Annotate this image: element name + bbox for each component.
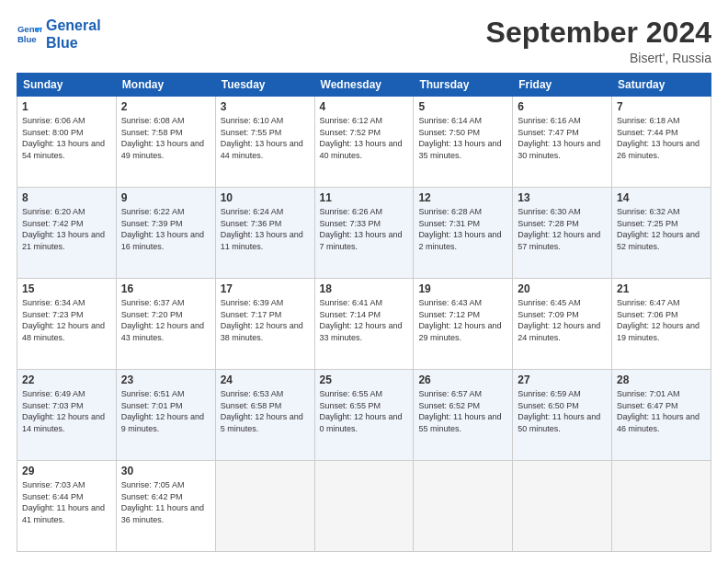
- day-info: Sunrise: 6:16 AMSunset: 7:47 PMDaylight:…: [518, 116, 600, 160]
- table-row: 4Sunrise: 6:12 AMSunset: 7:52 PMDaylight…: [314, 97, 414, 188]
- col-header-friday: Friday: [513, 74, 612, 97]
- table-row: [314, 461, 414, 552]
- day-info: Sunrise: 6:26 AMSunset: 7:33 PMDaylight:…: [320, 207, 403, 251]
- table-row: 6Sunrise: 6:16 AMSunset: 7:47 PMDaylight…: [513, 97, 612, 188]
- table-row: 23Sunrise: 6:51 AMSunset: 7:01 PMDayligh…: [116, 370, 215, 461]
- table-row: 17Sunrise: 6:39 AMSunset: 7:17 PMDayligh…: [215, 279, 314, 370]
- day-number: 3: [221, 100, 310, 113]
- logo: General Blue General Blue: [17, 17, 101, 52]
- day-number: 1: [22, 100, 111, 113]
- table-row: 21Sunrise: 6:47 AMSunset: 7:06 PMDayligh…: [612, 279, 711, 370]
- table-row: 13Sunrise: 6:30 AMSunset: 7:28 PMDayligh…: [513, 188, 612, 279]
- day-number: 19: [418, 282, 507, 295]
- day-number: 10: [221, 191, 310, 204]
- table-row: 22Sunrise: 6:49 AMSunset: 7:03 PMDayligh…: [17, 370, 117, 461]
- logo-blue: Blue: [46, 34, 101, 52]
- day-number: 6: [518, 100, 607, 113]
- location: Bisert', Russia: [486, 51, 711, 65]
- day-number: 14: [617, 191, 706, 204]
- table-row: 15Sunrise: 6:34 AMSunset: 7:23 PMDayligh…: [17, 279, 117, 370]
- table-row: 20Sunrise: 6:45 AMSunset: 7:09 PMDayligh…: [513, 279, 612, 370]
- day-number: 2: [121, 100, 210, 113]
- day-number: 13: [518, 191, 607, 204]
- day-info: Sunrise: 6:18 AMSunset: 7:44 PMDaylight:…: [617, 116, 700, 160]
- table-row: 19Sunrise: 6:43 AMSunset: 7:12 PMDayligh…: [414, 279, 513, 370]
- day-info: Sunrise: 6:37 AMSunset: 7:20 PMDaylight:…: [121, 298, 204, 342]
- day-info: Sunrise: 6:22 AMSunset: 7:39 PMDaylight:…: [121, 207, 204, 251]
- table-row: 30Sunrise: 7:05 AMSunset: 6:42 PMDayligh…: [116, 461, 215, 552]
- svg-text:Blue: Blue: [17, 34, 37, 44]
- table-row: 10Sunrise: 6:24 AMSunset: 7:36 PMDayligh…: [215, 188, 314, 279]
- col-header-saturday: Saturday: [612, 74, 711, 97]
- day-info: Sunrise: 6:10 AMSunset: 7:55 PMDaylight:…: [221, 116, 303, 160]
- table-row: 7Sunrise: 6:18 AMSunset: 7:44 PMDaylight…: [612, 97, 711, 188]
- col-header-thursday: Thursday: [414, 74, 513, 97]
- table-row: 27Sunrise: 6:59 AMSunset: 6:50 PMDayligh…: [513, 370, 612, 461]
- day-info: Sunrise: 7:01 AMSunset: 6:47 PMDaylight:…: [617, 389, 700, 433]
- table-row: 1Sunrise: 6:06 AMSunset: 8:00 PMDaylight…: [17, 97, 117, 188]
- col-header-tuesday: Tuesday: [215, 74, 314, 97]
- table-row: [215, 461, 314, 552]
- day-number: 22: [22, 373, 111, 386]
- day-number: 11: [320, 191, 409, 204]
- day-info: Sunrise: 6:32 AMSunset: 7:25 PMDaylight:…: [617, 207, 700, 251]
- day-info: Sunrise: 6:43 AMSunset: 7:12 PMDaylight:…: [418, 298, 501, 342]
- day-number: 9: [121, 191, 210, 204]
- day-number: 24: [221, 373, 310, 386]
- day-number: 28: [617, 373, 706, 386]
- table-row: 24Sunrise: 6:53 AMSunset: 6:58 PMDayligh…: [215, 370, 314, 461]
- month-title: September 2024: [486, 17, 711, 49]
- table-row: 12Sunrise: 6:28 AMSunset: 7:31 PMDayligh…: [414, 188, 513, 279]
- table-row: 5Sunrise: 6:14 AMSunset: 7:50 PMDaylight…: [414, 97, 513, 188]
- day-info: Sunrise: 6:24 AMSunset: 7:36 PMDaylight:…: [221, 207, 303, 251]
- day-info: Sunrise: 6:57 AMSunset: 6:52 PMDaylight:…: [418, 389, 501, 433]
- day-info: Sunrise: 6:12 AMSunset: 7:52 PMDaylight:…: [320, 116, 403, 160]
- day-number: 7: [617, 100, 706, 113]
- day-info: Sunrise: 6:30 AMSunset: 7:28 PMDaylight:…: [518, 207, 600, 251]
- day-number: 4: [320, 100, 409, 113]
- day-info: Sunrise: 6:28 AMSunset: 7:31 PMDaylight:…: [418, 207, 501, 251]
- table-row: 28Sunrise: 7:01 AMSunset: 6:47 PMDayligh…: [612, 370, 711, 461]
- table-row: [414, 461, 513, 552]
- day-info: Sunrise: 6:59 AMSunset: 6:50 PMDaylight:…: [518, 389, 600, 433]
- table-row: 2Sunrise: 6:08 AMSunset: 7:58 PMDaylight…: [116, 97, 215, 188]
- day-info: Sunrise: 7:05 AMSunset: 6:42 PMDaylight:…: [121, 480, 204, 524]
- table-row: 3Sunrise: 6:10 AMSunset: 7:55 PMDaylight…: [215, 97, 314, 188]
- table-row: 16Sunrise: 6:37 AMSunset: 7:20 PMDayligh…: [116, 279, 215, 370]
- day-number: 16: [121, 282, 210, 295]
- day-info: Sunrise: 6:55 AMSunset: 6:55 PMDaylight:…: [320, 389, 403, 433]
- day-info: Sunrise: 6:49 AMSunset: 7:03 PMDaylight:…: [22, 389, 105, 433]
- col-header-monday: Monday: [116, 74, 215, 97]
- table-row: 25Sunrise: 6:55 AMSunset: 6:55 PMDayligh…: [314, 370, 414, 461]
- col-header-sunday: Sunday: [17, 74, 117, 97]
- day-info: Sunrise: 6:39 AMSunset: 7:17 PMDaylight:…: [221, 298, 303, 342]
- day-info: Sunrise: 6:45 AMSunset: 7:09 PMDaylight:…: [518, 298, 600, 342]
- logo-general: General: [46, 17, 101, 34]
- table-row: [513, 461, 612, 552]
- table-row: 8Sunrise: 6:20 AMSunset: 7:42 PMDaylight…: [17, 188, 117, 279]
- day-info: Sunrise: 6:51 AMSunset: 7:01 PMDaylight:…: [121, 389, 204, 433]
- day-info: Sunrise: 6:08 AMSunset: 7:58 PMDaylight:…: [121, 116, 204, 160]
- day-number: 26: [418, 373, 507, 386]
- day-number: 21: [617, 282, 706, 295]
- day-number: 5: [418, 100, 507, 113]
- day-number: 23: [121, 373, 210, 386]
- table-row: [612, 461, 711, 552]
- day-number: 27: [518, 373, 607, 386]
- day-info: Sunrise: 6:41 AMSunset: 7:14 PMDaylight:…: [320, 298, 403, 342]
- day-info: Sunrise: 6:34 AMSunset: 7:23 PMDaylight:…: [22, 298, 105, 342]
- table-row: 18Sunrise: 6:41 AMSunset: 7:14 PMDayligh…: [314, 279, 414, 370]
- day-number: 12: [418, 191, 507, 204]
- day-info: Sunrise: 6:20 AMSunset: 7:42 PMDaylight:…: [22, 207, 105, 251]
- title-block: September 2024 Bisert', Russia: [486, 17, 711, 65]
- day-info: Sunrise: 7:03 AMSunset: 6:44 PMDaylight:…: [22, 480, 105, 524]
- table-row: 11Sunrise: 6:26 AMSunset: 7:33 PMDayligh…: [314, 188, 414, 279]
- day-number: 17: [221, 282, 310, 295]
- table-row: 14Sunrise: 6:32 AMSunset: 7:25 PMDayligh…: [612, 188, 711, 279]
- day-number: 30: [121, 465, 210, 477]
- day-info: Sunrise: 6:53 AMSunset: 6:58 PMDaylight:…: [221, 389, 303, 433]
- table-row: 9Sunrise: 6:22 AMSunset: 7:39 PMDaylight…: [116, 188, 215, 279]
- calendar-table: SundayMondayTuesdayWednesdayThursdayFrid…: [17, 73, 711, 552]
- day-number: 29: [22, 465, 111, 477]
- day-number: 18: [320, 282, 409, 295]
